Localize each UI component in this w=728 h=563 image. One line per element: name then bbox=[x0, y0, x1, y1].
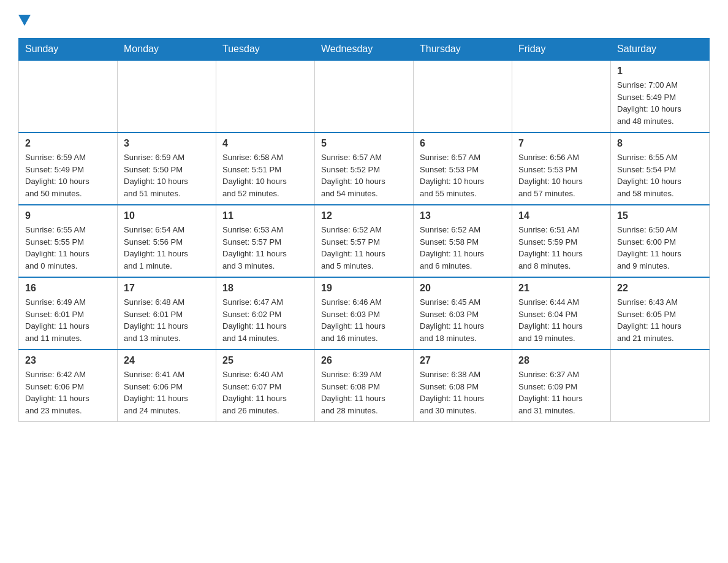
calendar-cell: 12Sunrise: 6:52 AM Sunset: 5:57 PM Dayli… bbox=[315, 205, 414, 277]
week-row-3: 9Sunrise: 6:55 AM Sunset: 5:55 PM Daylig… bbox=[19, 205, 710, 277]
day-info: Sunrise: 6:37 AM Sunset: 6:09 PM Dayligh… bbox=[518, 369, 604, 416]
weekday-header-tuesday: Tuesday bbox=[216, 39, 315, 61]
weekday-header-thursday: Thursday bbox=[414, 39, 512, 61]
day-info: Sunrise: 6:45 AM Sunset: 6:03 PM Dayligh… bbox=[420, 296, 506, 344]
calendar-cell: 8Sunrise: 6:55 AM Sunset: 5:54 PM Daylig… bbox=[611, 132, 710, 205]
calendar-cell bbox=[118, 60, 216, 132]
week-row-1: 1Sunrise: 7:00 AM Sunset: 5:49 PM Daylig… bbox=[19, 60, 710, 132]
weekday-header-saturday: Saturday bbox=[611, 39, 710, 61]
day-number: 4 bbox=[222, 138, 308, 149]
calendar-cell: 20Sunrise: 6:45 AM Sunset: 6:03 PM Dayli… bbox=[414, 277, 512, 350]
calendar-cell bbox=[19, 60, 118, 132]
day-number: 26 bbox=[321, 355, 407, 366]
calendar-cell: 22Sunrise: 6:43 AM Sunset: 6:05 PM Dayli… bbox=[611, 277, 710, 350]
weekday-header-friday: Friday bbox=[512, 39, 611, 61]
day-info: Sunrise: 6:51 AM Sunset: 5:59 PM Dayligh… bbox=[518, 224, 604, 272]
day-number: 12 bbox=[321, 210, 407, 221]
day-info: Sunrise: 6:38 AM Sunset: 6:08 PM Dayligh… bbox=[420, 369, 506, 416]
day-info: Sunrise: 6:40 AM Sunset: 6:07 PM Dayligh… bbox=[222, 369, 308, 416]
calendar-cell bbox=[611, 350, 710, 422]
calendar-cell: 24Sunrise: 6:41 AM Sunset: 6:06 PM Dayli… bbox=[118, 350, 216, 422]
day-number: 3 bbox=[124, 138, 210, 149]
calendar-cell: 5Sunrise: 6:57 AM Sunset: 5:52 PM Daylig… bbox=[315, 132, 414, 205]
day-number: 6 bbox=[420, 138, 506, 149]
day-number: 28 bbox=[518, 355, 604, 366]
day-info: Sunrise: 6:57 AM Sunset: 5:53 PM Dayligh… bbox=[420, 151, 506, 199]
calendar-cell: 1Sunrise: 7:00 AM Sunset: 5:49 PM Daylig… bbox=[611, 60, 710, 132]
day-number: 13 bbox=[420, 210, 506, 221]
calendar-table: SundayMondayTuesdayWednesdayThursdayFrid… bbox=[18, 38, 710, 422]
calendar-cell bbox=[315, 60, 414, 132]
day-info: Sunrise: 6:43 AM Sunset: 6:05 PM Dayligh… bbox=[617, 296, 703, 344]
calendar-cell: 14Sunrise: 6:51 AM Sunset: 5:59 PM Dayli… bbox=[512, 205, 611, 277]
calendar-cell: 19Sunrise: 6:46 AM Sunset: 6:03 PM Dayli… bbox=[315, 277, 414, 350]
day-info: Sunrise: 6:44 AM Sunset: 6:04 PM Dayligh… bbox=[518, 296, 604, 344]
day-info: Sunrise: 6:55 AM Sunset: 5:54 PM Dayligh… bbox=[617, 151, 703, 199]
logo-arrow-icon bbox=[18, 15, 31, 26]
day-info: Sunrise: 7:00 AM Sunset: 5:49 PM Dayligh… bbox=[617, 79, 703, 127]
day-number: 16 bbox=[25, 283, 111, 294]
calendar-cell: 17Sunrise: 6:48 AM Sunset: 6:01 PM Dayli… bbox=[118, 277, 216, 350]
calendar-cell: 16Sunrise: 6:49 AM Sunset: 6:01 PM Dayli… bbox=[19, 277, 118, 350]
day-number: 11 bbox=[222, 210, 308, 221]
day-number: 27 bbox=[420, 355, 506, 366]
day-info: Sunrise: 6:59 AM Sunset: 5:49 PM Dayligh… bbox=[25, 151, 111, 199]
day-number: 15 bbox=[617, 210, 703, 221]
calendar-cell bbox=[414, 60, 512, 132]
day-info: Sunrise: 6:58 AM Sunset: 5:51 PM Dayligh… bbox=[222, 151, 308, 199]
calendar-cell: 13Sunrise: 6:52 AM Sunset: 5:58 PM Dayli… bbox=[414, 205, 512, 277]
day-info: Sunrise: 6:49 AM Sunset: 6:01 PM Dayligh… bbox=[25, 296, 111, 344]
day-number: 18 bbox=[222, 283, 308, 294]
calendar-cell: 11Sunrise: 6:53 AM Sunset: 5:57 PM Dayli… bbox=[216, 205, 315, 277]
calendar-cell: 9Sunrise: 6:55 AM Sunset: 5:55 PM Daylig… bbox=[19, 205, 118, 277]
calendar-cell: 15Sunrise: 6:50 AM Sunset: 6:00 PM Dayli… bbox=[611, 205, 710, 277]
week-row-2: 2Sunrise: 6:59 AM Sunset: 5:49 PM Daylig… bbox=[19, 132, 710, 205]
day-number: 7 bbox=[518, 138, 604, 149]
calendar-cell: 10Sunrise: 6:54 AM Sunset: 5:56 PM Dayli… bbox=[118, 205, 216, 277]
calendar-cell bbox=[512, 60, 611, 132]
day-info: Sunrise: 6:55 AM Sunset: 5:55 PM Dayligh… bbox=[25, 224, 111, 272]
day-number: 14 bbox=[518, 210, 604, 221]
weekday-header-wednesday: Wednesday bbox=[315, 39, 414, 61]
day-number: 8 bbox=[617, 138, 703, 149]
weekday-header-sunday: Sunday bbox=[19, 39, 118, 61]
calendar-cell: 7Sunrise: 6:56 AM Sunset: 5:53 PM Daylig… bbox=[512, 132, 611, 205]
logo bbox=[18, 12, 31, 26]
calendar-cell bbox=[216, 60, 315, 132]
calendar-cell: 26Sunrise: 6:39 AM Sunset: 6:08 PM Dayli… bbox=[315, 350, 414, 422]
day-number: 1 bbox=[617, 66, 703, 77]
day-info: Sunrise: 6:52 AM Sunset: 5:58 PM Dayligh… bbox=[420, 224, 506, 272]
calendar-cell: 28Sunrise: 6:37 AM Sunset: 6:09 PM Dayli… bbox=[512, 350, 611, 422]
day-info: Sunrise: 6:53 AM Sunset: 5:57 PM Dayligh… bbox=[222, 224, 308, 272]
day-info: Sunrise: 6:57 AM Sunset: 5:52 PM Dayligh… bbox=[321, 151, 407, 199]
day-info: Sunrise: 6:42 AM Sunset: 6:06 PM Dayligh… bbox=[25, 369, 111, 416]
day-number: 23 bbox=[25, 355, 111, 366]
day-info: Sunrise: 6:41 AM Sunset: 6:06 PM Dayligh… bbox=[124, 369, 210, 416]
calendar-cell: 6Sunrise: 6:57 AM Sunset: 5:53 PM Daylig… bbox=[414, 132, 512, 205]
day-info: Sunrise: 6:47 AM Sunset: 6:02 PM Dayligh… bbox=[222, 296, 308, 344]
calendar-cell: 4Sunrise: 6:58 AM Sunset: 5:51 PM Daylig… bbox=[216, 132, 315, 205]
weekday-header-row: SundayMondayTuesdayWednesdayThursdayFrid… bbox=[19, 39, 710, 61]
day-number: 24 bbox=[124, 355, 210, 366]
calendar-cell: 2Sunrise: 6:59 AM Sunset: 5:49 PM Daylig… bbox=[19, 132, 118, 205]
day-number: 20 bbox=[420, 283, 506, 294]
day-number: 10 bbox=[124, 210, 210, 221]
day-info: Sunrise: 6:52 AM Sunset: 5:57 PM Dayligh… bbox=[321, 224, 407, 272]
calendar-cell: 27Sunrise: 6:38 AM Sunset: 6:08 PM Dayli… bbox=[414, 350, 512, 422]
day-info: Sunrise: 6:50 AM Sunset: 6:00 PM Dayligh… bbox=[617, 224, 703, 272]
day-info: Sunrise: 6:46 AM Sunset: 6:03 PM Dayligh… bbox=[321, 296, 407, 344]
calendar-cell: 18Sunrise: 6:47 AM Sunset: 6:02 PM Dayli… bbox=[216, 277, 315, 350]
week-row-5: 23Sunrise: 6:42 AM Sunset: 6:06 PM Dayli… bbox=[19, 350, 710, 422]
calendar-cell: 23Sunrise: 6:42 AM Sunset: 6:06 PM Dayli… bbox=[19, 350, 118, 422]
day-info: Sunrise: 6:56 AM Sunset: 5:53 PM Dayligh… bbox=[518, 151, 604, 199]
week-row-4: 16Sunrise: 6:49 AM Sunset: 6:01 PM Dayli… bbox=[19, 277, 710, 350]
day-number: 19 bbox=[321, 283, 407, 294]
day-info: Sunrise: 6:54 AM Sunset: 5:56 PM Dayligh… bbox=[124, 224, 210, 272]
day-number: 17 bbox=[124, 283, 210, 294]
weekday-header-monday: Monday bbox=[118, 39, 216, 61]
day-number: 22 bbox=[617, 283, 703, 294]
day-number: 21 bbox=[518, 283, 604, 294]
day-number: 25 bbox=[222, 355, 308, 366]
page-header bbox=[18, 12, 710, 26]
calendar-cell: 25Sunrise: 6:40 AM Sunset: 6:07 PM Dayli… bbox=[216, 350, 315, 422]
